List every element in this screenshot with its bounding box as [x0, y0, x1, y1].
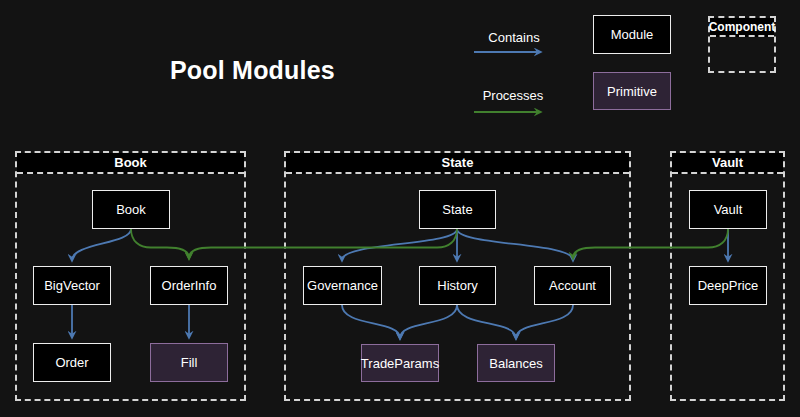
- node-book: Book: [92, 190, 170, 229]
- container-book-title: Book: [17, 153, 244, 174]
- legend-contains-label: Contains: [475, 30, 553, 45]
- node-bigvector: BigVector: [33, 266, 111, 305]
- node-vault: Vault: [689, 190, 767, 229]
- node-history: History: [419, 266, 496, 305]
- legend-processes-label: Processes: [474, 88, 552, 103]
- legend-primitive-box: Primitive: [593, 72, 671, 110]
- node-tradeparams: TradeParams: [361, 344, 439, 382]
- page-title: Pool Modules: [170, 56, 335, 85]
- node-account: Account: [534, 266, 611, 305]
- legend-component-box: Component: [708, 16, 776, 73]
- node-state: State: [419, 190, 496, 229]
- container-state-title: State: [286, 153, 629, 174]
- legend-module-box: Module: [593, 15, 671, 54]
- node-fill: Fill: [150, 343, 228, 382]
- node-deepprice: DeepPrice: [689, 266, 767, 305]
- legend-component-label: Component: [710, 18, 774, 37]
- node-orderinfo: OrderInfo: [150, 266, 228, 305]
- node-order: Order: [33, 343, 111, 382]
- node-governance: Governance: [303, 266, 382, 305]
- node-balances: Balances: [477, 344, 555, 382]
- container-vault-title: Vault: [672, 153, 783, 174]
- pool-modules-diagram: Pool Modules Book State Vault: [0, 0, 800, 417]
